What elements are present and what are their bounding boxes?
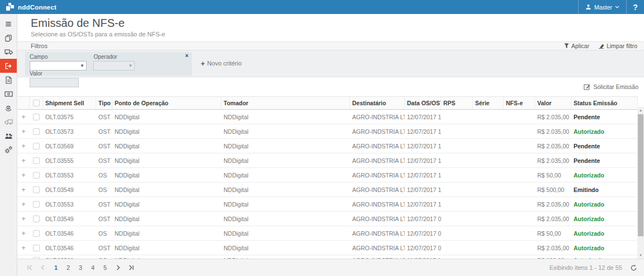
refresh-icon[interactable] — [630, 264, 637, 272]
truck-icon[interactable] — [0, 45, 17, 59]
column-header-data-os-ost[interactable]: Data OS/OST↓ — [405, 97, 441, 109]
help-button[interactable]: ? — [626, 0, 644, 14]
expand-row-button[interactable]: + — [17, 113, 30, 121]
row-checkbox-cell — [30, 114, 43, 120]
page-button-4[interactable]: 4 — [87, 262, 99, 273]
data-os-ost-cell: 12/07/2017 10:13 — [405, 172, 441, 179]
page-button-3[interactable]: 3 — [74, 262, 87, 273]
expand-row-button[interactable]: + — [17, 127, 30, 135]
row-checkbox[interactable] — [33, 245, 40, 251]
ponto-operacao-cell: NDDigital — [112, 201, 221, 208]
destinatario-cell: AGRO-INDSTRIA LTDA. — [350, 143, 405, 149]
row-checkbox[interactable] — [33, 172, 40, 179]
filter-panel: × Campo ▼ Operador ▼ Valor + Novo critér… — [17, 50, 644, 77]
data-os-ost-cell: 12/07/2017 10:09 — [405, 201, 441, 208]
expand-row-button[interactable]: + — [17, 171, 30, 179]
edit-square-icon — [584, 83, 590, 90]
new-criteria-label: Novo critério — [207, 60, 242, 67]
tomador-cell: NDDigital — [221, 216, 350, 222]
valor-input[interactable] — [30, 78, 79, 87]
filters-bar: Filtros Aplicar Limpar filtro — [17, 41, 644, 50]
campo-select[interactable]: ▼ — [30, 61, 87, 71]
last-page-button[interactable] — [125, 262, 138, 273]
data-os-ost-cell: 12/07/2017 09:58 — [405, 216, 441, 222]
operador-select[interactable]: ▼ — [93, 61, 135, 71]
banknote-icon[interactable] — [0, 87, 17, 101]
row-checkbox[interactable] — [33, 230, 40, 237]
page-button-1[interactable]: 1 — [50, 262, 62, 273]
valor-cell: R$ 50,00 — [535, 172, 571, 179]
menu-icon[interactable] — [0, 17, 17, 31]
user-menu-label: Master — [594, 4, 612, 11]
row-checkbox-cell — [30, 230, 43, 237]
data-os-ost-cell: 12/07/2017 11:01 — [405, 157, 441, 164]
column-header-valor[interactable]: Valor — [535, 97, 571, 109]
column-header-tipo[interactable]: Tipo — [96, 97, 112, 109]
column-header-shipment-sell[interactable]: Shipment Sell — [43, 97, 96, 109]
os-ost-table: Shipment SellTipoPonto de OperaçãoTomado… — [17, 96, 638, 261]
row-checkbox[interactable] — [33, 216, 40, 222]
scroll-up-icon[interactable]: ▲ — [637, 107, 644, 114]
status-emissao-cell: Autorizado — [571, 245, 638, 251]
row-checkbox[interactable] — [33, 114, 40, 120]
select-arrow-icon: ▼ — [80, 63, 84, 68]
users-icon[interactable] — [0, 129, 17, 143]
expand-row-button[interactable]: + — [17, 244, 30, 252]
delivery-truck-icon[interactable] — [0, 115, 17, 129]
request-emission-button[interactable]: Solicitar Emissão — [584, 83, 638, 90]
expand-row-button[interactable]: + — [17, 142, 30, 150]
column-header-tomador[interactable]: Tomador — [221, 97, 350, 109]
data-os-ost-cell: 12/07/2017 11:26 — [405, 143, 441, 149]
row-checkbox[interactable] — [33, 201, 40, 208]
sidebar — [0, 14, 17, 276]
scroll-down-icon[interactable]: ▼ — [637, 252, 644, 259]
row-checkbox[interactable] — [33, 157, 40, 164]
column-header-rps[interactable]: RPS — [441, 97, 473, 109]
expand-row-button[interactable]: + — [17, 229, 30, 237]
select-all-checkbox[interactable] — [33, 100, 40, 106]
user-menu[interactable]: Master — [578, 0, 626, 14]
destinatario-cell: AGRO-INDSTRIA LTDA. — [350, 245, 405, 251]
column-header-ponto-de-opera-o[interactable]: Ponto de Operação — [112, 97, 221, 109]
column-header-nfs-e[interactable]: NFS-e — [504, 97, 535, 109]
new-criteria-button[interactable]: + Novo critério — [201, 60, 242, 67]
row-checkbox[interactable] — [33, 143, 40, 149]
first-page-button[interactable] — [23, 262, 36, 273]
column-header-status-emiss-o[interactable]: Status Emissão — [571, 97, 638, 109]
row-checkbox[interactable] — [33, 186, 40, 193]
user-icon — [585, 4, 591, 10]
nfse-emission-icon[interactable] — [0, 59, 17, 73]
ponto-operacao-cell: NDDigital — [112, 157, 221, 164]
page-button-5[interactable]: 5 — [99, 262, 111, 273]
destinatario-cell: AGRO-INDSTRIA LTDA. — [350, 201, 405, 208]
next-page-button[interactable] — [111, 262, 125, 273]
destinatario-cell: AGRO-INDSTRIA LTDA. — [350, 186, 405, 193]
apply-filter-button[interactable]: Aplicar — [564, 43, 589, 49]
remove-criteria-icon[interactable]: × — [185, 53, 188, 59]
tomador-cell: NDDigital — [221, 186, 350, 193]
row-checkbox-cell — [30, 172, 43, 179]
scrollbar-thumb[interactable] — [638, 114, 643, 236]
settings-gears-icon[interactable] — [0, 143, 17, 157]
status-emissao-cell: Autorizado — [571, 128, 638, 135]
ponto-operacao-cell: NDDigital — [112, 216, 221, 222]
previous-page-button[interactable] — [36, 262, 50, 273]
column-header-s-rie[interactable]: Série — [473, 97, 504, 109]
expand-row-button[interactable]: + — [17, 214, 30, 223]
top-bar: nddConnect Master ? — [0, 0, 644, 14]
clear-filter-button[interactable]: Limpar filtro — [598, 43, 637, 49]
documents-icon[interactable] — [0, 31, 17, 45]
expand-row-button[interactable]: + — [17, 156, 30, 165]
tipo-cell: OST — [96, 245, 112, 251]
document-icon[interactable] — [0, 73, 17, 87]
page-button-2[interactable]: 2 — [62, 262, 74, 273]
payment-sync-icon[interactable] — [0, 101, 17, 115]
expand-row-button[interactable]: + — [17, 200, 30, 208]
shipment-sell-cell: OLT.03553 — [43, 172, 96, 179]
vertical-scrollbar[interactable]: ▲ ▼ — [637, 107, 644, 259]
valor-cell: R$ 2.035,00 — [535, 143, 571, 149]
column-header-destinat-rio[interactable]: Destinatário — [350, 97, 405, 109]
row-checkbox[interactable] — [33, 128, 40, 135]
expand-row-button[interactable]: + — [17, 185, 30, 194]
clear-filter-label: Limpar filtro — [607, 43, 637, 49]
